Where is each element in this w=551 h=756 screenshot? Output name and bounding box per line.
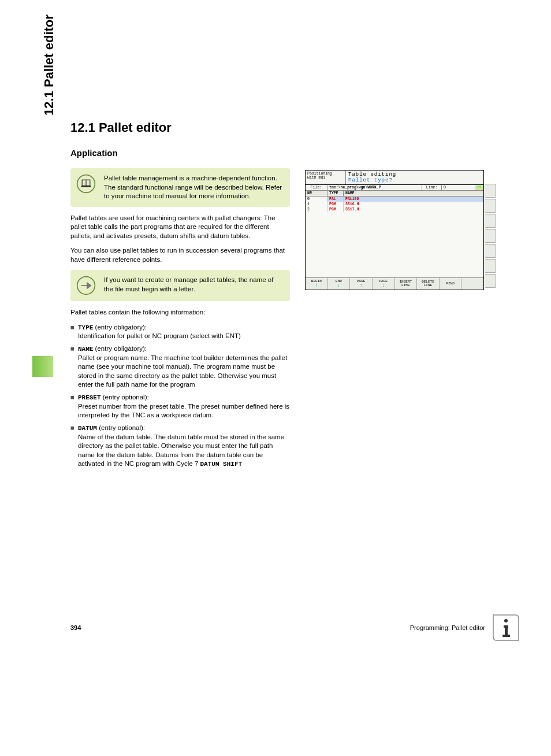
side-button[interactable] (485, 199, 496, 213)
softkey-insert-line[interactable]: INSERTLINE (395, 278, 418, 290)
note-text: If you want to create or manage pallet t… (104, 276, 283, 295)
side-buttons (485, 184, 496, 288)
screen-prompt: Pallet type? (348, 177, 481, 183)
go-button[interactable]: >> (475, 185, 483, 190)
svg-rect-7 (505, 625, 508, 636)
softkey-begin[interactable]: BEGIN (306, 278, 328, 290)
paragraph: Pallet tables are used for machining cen… (70, 214, 290, 241)
bullet-icon: ■ (70, 323, 75, 341)
definition-term: PRESET (78, 394, 101, 401)
table-row[interactable]: 0 PAL PAL100 (306, 197, 483, 202)
softkey-bar: BEGIN END PAGE PAGE INSERTLINE DELETELIN… (306, 277, 483, 290)
definition-desc: Identification for pallet or NC program … (78, 332, 241, 339)
line-value: 0 (442, 185, 475, 190)
paragraph: You can also use pallet tables to run in… (70, 246, 290, 264)
softkey-find[interactable]: FIND (440, 278, 462, 290)
side-button[interactable] (485, 229, 496, 243)
heading-main: 12.1 Pallet editor (70, 120, 486, 135)
list-item: ■ PRESET (entry optional): Preset number… (70, 393, 290, 420)
paragraph: Pallet tables contain the following info… (70, 308, 290, 317)
definition-desc: Pallet or program name. The machine tool… (78, 354, 287, 388)
info-icon (492, 614, 520, 642)
definition-desc: Name of the datum table. The datum table… (78, 433, 284, 468)
table-header: NR TYPE NAME (306, 191, 483, 197)
file-path: tnc:\nc_prog\wgn\WORK.P (327, 185, 422, 190)
file-label: File: (306, 185, 327, 190)
list-item: ■ DATUM (entry optional): Name of the da… (70, 424, 290, 469)
svg-rect-8 (502, 635, 510, 637)
page-footer: 394 Programming: Pallet editor (70, 624, 485, 631)
svg-rect-3 (81, 186, 91, 187)
note-machine-dependent: Pallet table management is a machine-dep… (70, 168, 290, 207)
heading-sub: Application (70, 148, 486, 158)
side-button[interactable] (485, 214, 496, 228)
softkey-page-up[interactable]: PAGE (350, 278, 373, 290)
definition-term: NAME (78, 346, 93, 353)
bullet-icon: ■ (70, 424, 75, 469)
side-button[interactable] (485, 244, 496, 258)
definition-list: ■ TYPE (entry obligatory): Identificatio… (70, 323, 290, 469)
note-text: Pallet table management is a machine-dep… (104, 174, 283, 201)
side-button[interactable] (485, 274, 496, 288)
side-button[interactable] (485, 184, 496, 198)
softkey-end[interactable]: END (328, 278, 351, 290)
bullet-icon: ■ (70, 393, 75, 420)
bullet-icon: ■ (70, 344, 75, 390)
table-body: 0 PAL PAL100 1 PGM 3516.H 2 PGM 3517.H (306, 197, 483, 277)
side-tab-label: 12.1 Pallet editor (42, 14, 57, 116)
list-item: ■ NAME (entry obligatory): Pallet or pro… (70, 344, 290, 390)
cnc-screenshot: Positioning with mdi Table editing Palle… (305, 170, 484, 290)
table-row[interactable]: 2 PGM 3517.H (306, 207, 483, 212)
chapter-title: Programming: Pallet editor (410, 624, 485, 631)
svg-point-5 (504, 619, 508, 622)
definition-term: DATUM (78, 425, 97, 432)
arrow-icon (76, 276, 96, 295)
page-number: 394 (70, 624, 81, 631)
list-item: ■ TYPE (entry obligatory): Identificatio… (70, 323, 290, 341)
line-label: Line: (422, 185, 442, 190)
definition-term: TYPE (78, 324, 93, 331)
softkey-page-down[interactable]: PAGE (373, 278, 395, 290)
note-filename: If you want to create or manage pallet t… (70, 270, 290, 301)
thumb-tab (32, 356, 53, 377)
book-icon (76, 174, 96, 194)
side-button[interactable] (485, 259, 496, 273)
softkey-empty (461, 278, 483, 290)
screen-title: Table editing (348, 172, 481, 177)
table-row[interactable]: 1 PGM 3516.H (306, 202, 483, 207)
mode-label: Positioning with mdi (306, 171, 346, 184)
definition-desc: Preset number from the preset table. The… (78, 403, 289, 419)
softkey-delete-line[interactable]: DELETELINE (417, 278, 440, 290)
